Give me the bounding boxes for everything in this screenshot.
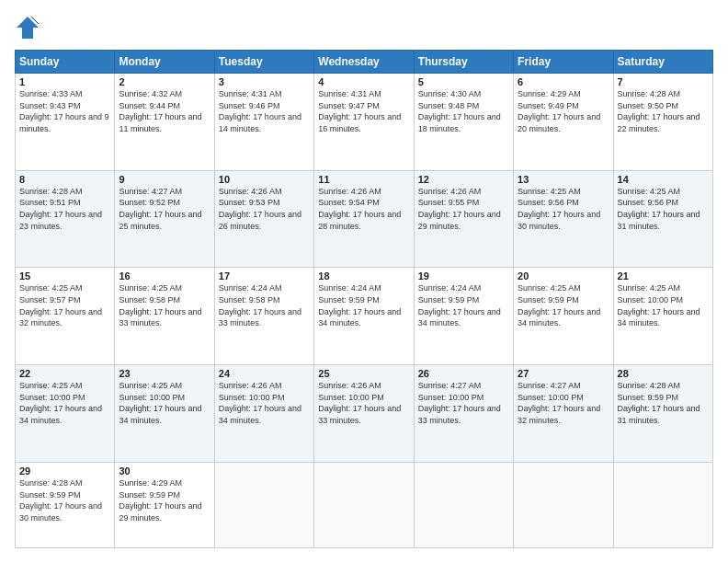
day-number: 6 — [518, 76, 609, 87]
day-number: 12 — [418, 174, 509, 185]
day-header-sunday: Sunday — [16, 51, 115, 74]
day-info: Sunrise: 4:25 AMSunset: 10:00 PMDaylight… — [19, 380, 110, 426]
day-number: 23 — [119, 368, 210, 379]
day-header-thursday: Thursday — [414, 51, 513, 74]
calendar-cell: 22Sunrise: 4:25 AMSunset: 10:00 PMDaylig… — [16, 365, 115, 463]
day-info: Sunrise: 4:29 AMSunset: 9:49 PMDaylight:… — [518, 88, 609, 134]
calendar-cell: 14Sunrise: 4:25 AMSunset: 9:56 PMDayligh… — [613, 170, 712, 268]
day-number: 24 — [219, 368, 310, 379]
day-info: Sunrise: 4:24 AMSunset: 9:59 PMDaylight:… — [318, 282, 409, 328]
calendar-cell: 5Sunrise: 4:30 AMSunset: 9:48 PMDaylight… — [414, 74, 513, 171]
calendar-cell: 25Sunrise: 4:26 AMSunset: 10:00 PMDaylig… — [314, 365, 414, 463]
day-info: Sunrise: 4:33 AMSunset: 9:43 PMDaylight:… — [19, 88, 110, 134]
day-number: 10 — [219, 174, 310, 185]
calendar-week-row: 1Sunrise: 4:33 AMSunset: 9:43 PMDaylight… — [16, 74, 713, 171]
day-number: 14 — [618, 174, 709, 185]
calendar-cell — [613, 462, 712, 547]
calendar-table: SundayMondayTuesdayWednesdayThursdayFrid… — [15, 50, 713, 548]
day-info: Sunrise: 4:26 AMSunset: 10:00 PMDaylight… — [318, 380, 409, 426]
day-number: 4 — [318, 76, 409, 87]
calendar-cell: 3Sunrise: 4:31 AMSunset: 9:46 PMDaylight… — [214, 74, 313, 171]
day-number: 26 — [418, 368, 509, 379]
day-header-saturday: Saturday — [613, 51, 712, 74]
page: SundayMondayTuesdayWednesdayThursdayFrid… — [0, 0, 728, 563]
day-number: 3 — [219, 76, 310, 87]
day-info: Sunrise: 4:25 AMSunset: 9:57 PMDaylight:… — [19, 282, 110, 328]
calendar-cell: 27Sunrise: 4:27 AMSunset: 10:00 PMDaylig… — [514, 365, 613, 463]
day-number: 27 — [518, 368, 609, 379]
day-number: 21 — [618, 270, 709, 282]
calendar-cell — [414, 462, 513, 547]
calendar-cell: 19Sunrise: 4:24 AMSunset: 9:59 PMDayligh… — [414, 268, 513, 365]
day-info: Sunrise: 4:28 AMSunset: 9:59 PMDaylight:… — [618, 380, 709, 426]
svg-marker-0 — [17, 17, 39, 39]
day-info: Sunrise: 4:25 AMSunset: 10:00 PMDaylight… — [119, 380, 210, 426]
day-info: Sunrise: 4:25 AMSunset: 9:59 PMDaylight:… — [518, 282, 609, 328]
day-info: Sunrise: 4:24 AMSunset: 9:59 PMDaylight:… — [418, 282, 509, 328]
calendar-cell: 13Sunrise: 4:25 AMSunset: 9:56 PMDayligh… — [514, 170, 613, 268]
day-info: Sunrise: 4:27 AMSunset: 9:52 PMDaylight:… — [119, 186, 210, 232]
day-number: 9 — [119, 174, 210, 185]
calendar-week-row: 8Sunrise: 4:28 AMSunset: 9:51 PMDaylight… — [16, 170, 713, 268]
calendar-cell: 20Sunrise: 4:25 AMSunset: 9:59 PMDayligh… — [514, 268, 613, 365]
calendar-cell — [514, 462, 613, 547]
day-info: Sunrise: 4:30 AMSunset: 9:48 PMDaylight:… — [418, 88, 509, 134]
day-header-wednesday: Wednesday — [314, 51, 414, 74]
calendar-cell: 10Sunrise: 4:26 AMSunset: 9:53 PMDayligh… — [214, 170, 313, 268]
day-info: Sunrise: 4:26 AMSunset: 9:54 PMDaylight:… — [318, 186, 409, 232]
calendar-cell: 18Sunrise: 4:24 AMSunset: 9:59 PMDayligh… — [314, 268, 414, 365]
calendar-cell: 7Sunrise: 4:28 AMSunset: 9:50 PMDaylight… — [613, 74, 712, 171]
calendar-cell: 30Sunrise: 4:29 AMSunset: 9:59 PMDayligh… — [115, 462, 214, 547]
day-number: 13 — [518, 174, 609, 185]
calendar-cell: 11Sunrise: 4:26 AMSunset: 9:54 PMDayligh… — [314, 170, 414, 268]
calendar-cell: 6Sunrise: 4:29 AMSunset: 9:49 PMDaylight… — [514, 74, 613, 171]
day-number: 16 — [119, 270, 210, 282]
day-number: 5 — [418, 76, 509, 87]
day-info: Sunrise: 4:24 AMSunset: 9:58 PMDaylight:… — [219, 282, 310, 328]
calendar-cell: 9Sunrise: 4:27 AMSunset: 9:52 PMDaylight… — [115, 170, 214, 268]
logo — [15, 15, 44, 40]
day-info: Sunrise: 4:31 AMSunset: 9:46 PMDaylight:… — [219, 88, 310, 134]
calendar-cell: 23Sunrise: 4:25 AMSunset: 10:00 PMDaylig… — [115, 365, 214, 463]
day-info: Sunrise: 4:25 AMSunset: 9:56 PMDaylight:… — [618, 186, 709, 232]
header — [15, 15, 713, 40]
day-info: Sunrise: 4:26 AMSunset: 10:00 PMDaylight… — [219, 380, 310, 426]
day-info: Sunrise: 4:26 AMSunset: 9:55 PMDaylight:… — [418, 186, 509, 232]
day-header-tuesday: Tuesday — [214, 51, 313, 74]
day-number: 29 — [19, 465, 110, 477]
calendar-week-row: 22Sunrise: 4:25 AMSunset: 10:00 PMDaylig… — [16, 365, 713, 463]
day-info: Sunrise: 4:28 AMSunset: 9:51 PMDaylight:… — [19, 186, 110, 232]
calendar-cell: 16Sunrise: 4:25 AMSunset: 9:58 PMDayligh… — [115, 268, 214, 365]
day-info: Sunrise: 4:28 AMSunset: 9:50 PMDaylight:… — [618, 88, 709, 134]
day-number: 18 — [318, 270, 409, 282]
day-info: Sunrise: 4:28 AMSunset: 9:59 PMDaylight:… — [19, 477, 110, 523]
day-info: Sunrise: 4:32 AMSunset: 9:44 PMDaylight:… — [119, 88, 210, 134]
day-info: Sunrise: 4:31 AMSunset: 9:47 PMDaylight:… — [318, 88, 409, 134]
calendar-cell: 28Sunrise: 4:28 AMSunset: 9:59 PMDayligh… — [613, 365, 712, 463]
day-number: 20 — [518, 270, 609, 282]
day-number: 19 — [418, 270, 509, 282]
calendar-cell: 2Sunrise: 4:32 AMSunset: 9:44 PMDaylight… — [115, 74, 214, 171]
calendar-cell: 26Sunrise: 4:27 AMSunset: 10:00 PMDaylig… — [414, 365, 513, 463]
day-number: 7 — [618, 76, 709, 87]
calendar-cell: 15Sunrise: 4:25 AMSunset: 9:57 PMDayligh… — [16, 268, 115, 365]
day-number: 1 — [19, 76, 110, 87]
day-info: Sunrise: 4:29 AMSunset: 9:59 PMDaylight:… — [119, 477, 210, 523]
calendar-week-row: 15Sunrise: 4:25 AMSunset: 9:57 PMDayligh… — [16, 268, 713, 365]
day-number: 8 — [19, 174, 110, 185]
day-number: 22 — [19, 368, 110, 379]
day-info: Sunrise: 4:26 AMSunset: 9:53 PMDaylight:… — [219, 186, 310, 232]
calendar-week-row: 29Sunrise: 4:28 AMSunset: 9:59 PMDayligh… — [16, 462, 713, 547]
calendar-cell — [314, 462, 414, 547]
day-number: 11 — [318, 174, 409, 185]
day-info: Sunrise: 4:27 AMSunset: 10:00 PMDaylight… — [418, 380, 509, 426]
calendar-header-row: SundayMondayTuesdayWednesdayThursdayFrid… — [16, 51, 713, 74]
day-number: 2 — [119, 76, 210, 87]
calendar-cell: 1Sunrise: 4:33 AMSunset: 9:43 PMDaylight… — [16, 74, 115, 171]
day-number: 15 — [19, 270, 110, 282]
calendar-cell: 4Sunrise: 4:31 AMSunset: 9:47 PMDaylight… — [314, 74, 414, 171]
day-number: 28 — [618, 368, 709, 379]
day-number: 17 — [219, 270, 310, 282]
logo-icon — [15, 15, 40, 40]
day-info: Sunrise: 4:27 AMSunset: 10:00 PMDaylight… — [518, 380, 609, 426]
